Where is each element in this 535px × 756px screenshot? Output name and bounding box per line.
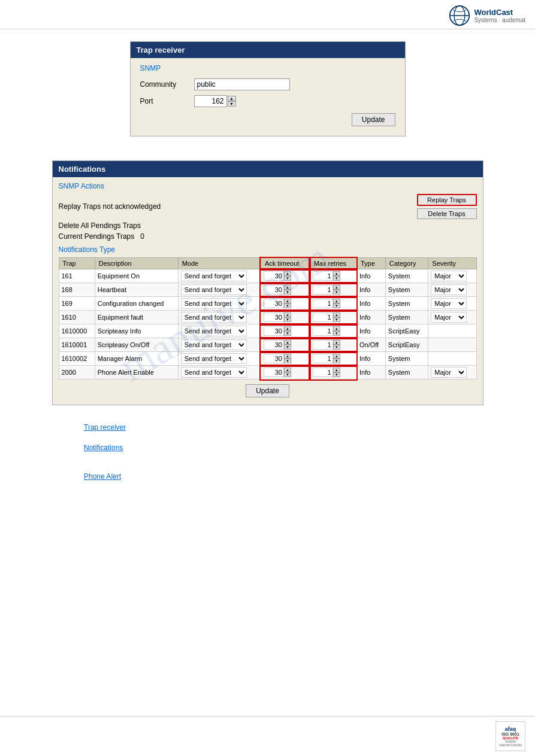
max-up-btn[interactable]: ▲	[333, 312, 340, 317]
max-retries-spinner[interactable]: ▲▼	[333, 368, 340, 377]
mode-select[interactable]: Send and forget	[181, 353, 247, 364]
ack-down-btn[interactable]: ▼	[284, 331, 291, 336]
ack-down-btn[interactable]: ▼	[284, 359, 291, 363]
ack-timeout-input[interactable]	[264, 285, 284, 294]
max-retries-spinner[interactable]: ▲▼	[333, 312, 340, 322]
max-retries-spinner[interactable]: ▲▼	[333, 285, 340, 294]
severity-select[interactable]: Major	[431, 312, 467, 323]
port-spinner[interactable]: ▲ ▼	[228, 96, 236, 107]
port-down-btn[interactable]: ▼	[228, 101, 236, 107]
severity-select[interactable]: Major	[431, 367, 467, 378]
max-up-btn[interactable]: ▲	[333, 299, 340, 303]
ack-down-btn[interactable]: ▼	[284, 290, 291, 294]
max-retries-input[interactable]	[313, 340, 333, 350]
ack-up-btn[interactable]: ▲	[284, 299, 291, 303]
ack-up-btn[interactable]: ▲	[284, 354, 291, 359]
current-pendings-value: 0	[140, 232, 144, 241]
ack-timeout-input[interactable]	[264, 368, 284, 377]
max-down-btn[interactable]: ▼	[333, 303, 340, 308]
bottom-link-phone-alert[interactable]: Phone Alert	[84, 472, 487, 481]
max-retries-input[interactable]	[313, 368, 333, 377]
max-down-btn[interactable]: ▼	[333, 290, 340, 294]
ack-timeout-input[interactable]	[264, 312, 284, 322]
mode-select[interactable]: Send and forget	[181, 298, 247, 309]
max-up-btn[interactable]: ▲	[333, 271, 340, 276]
max-retries-spinner[interactable]: ▲▼	[333, 354, 340, 363]
ack-down-btn[interactable]: ▼	[284, 303, 291, 308]
ack-timeout-spinner[interactable]: ▲▼	[284, 299, 291, 308]
ack-timeout-input[interactable]	[264, 340, 284, 350]
max-down-btn[interactable]: ▼	[333, 359, 340, 363]
max-up-btn[interactable]: ▲	[333, 326, 340, 331]
replay-traps-button[interactable]: Replay Traps	[417, 194, 477, 206]
max-down-btn[interactable]: ▼	[333, 317, 340, 322]
max-down-btn[interactable]: ▼	[333, 345, 340, 350]
port-input[interactable]	[194, 95, 227, 107]
delete-traps-button[interactable]: Delete Traps	[417, 208, 477, 219]
mode-select[interactable]: Send and forget	[181, 326, 247, 336]
max-retries-input[interactable]	[313, 312, 333, 322]
ack-timeout-spinner[interactable]: ▲▼	[284, 312, 291, 322]
ack-timeout-spinner[interactable]: ▲▼	[284, 354, 291, 363]
mode-select[interactable]: Send and forget	[181, 312, 247, 323]
ack-timeout-spinner[interactable]: ▲▼	[284, 340, 291, 350]
max-retries-spinner[interactable]: ▲▼	[333, 299, 340, 308]
notifications-type-label: Notifications Type	[59, 245, 477, 254]
ack-up-btn[interactable]: ▲	[284, 368, 291, 372]
max-up-btn[interactable]: ▲	[333, 354, 340, 359]
mode-select[interactable]: Send and forget	[181, 271, 247, 281]
ack-timeout-spinner[interactable]: ▲▼	[284, 271, 291, 281]
ack-up-btn[interactable]: ▲	[284, 271, 291, 276]
ack-up-btn[interactable]: ▲	[284, 285, 291, 290]
cell-severity: Major	[428, 366, 476, 379]
max-down-btn[interactable]: ▼	[333, 276, 340, 281]
notifications-update-button[interactable]: Update	[246, 384, 289, 397]
ack-timeout-input[interactable]	[264, 326, 284, 336]
max-down-btn[interactable]: ▼	[333, 372, 340, 377]
ack-timeout-input[interactable]	[264, 299, 284, 308]
logo-area: WorldCast Systems · audemat	[449, 5, 525, 26]
trap-receiver-update-button[interactable]: Update	[352, 113, 395, 126]
mode-select[interactable]: Send and forget	[181, 339, 247, 350]
bottom-link-notifications[interactable]: Notifications	[84, 444, 487, 452]
snmp-actions-link[interactable]: SNMP Actions	[59, 182, 477, 190]
cell-max-retries: ▲▼	[310, 297, 356, 311]
bottom-link-trap-receiver[interactable]: Trap receiver	[84, 423, 487, 432]
ack-up-btn[interactable]: ▲	[284, 312, 291, 317]
max-retries-input[interactable]	[313, 354, 333, 363]
community-input[interactable]	[194, 78, 290, 90]
severity-select[interactable]: Major	[431, 271, 467, 281]
cell-trap: 1610	[59, 311, 95, 324]
max-retries-input[interactable]	[313, 299, 333, 308]
ack-timeout-input[interactable]	[264, 271, 284, 281]
severity-select[interactable]: Major	[431, 298, 467, 309]
max-down-btn[interactable]: ▼	[333, 331, 340, 336]
ack-down-btn[interactable]: ▼	[284, 276, 291, 281]
port-up-btn[interactable]: ▲	[228, 96, 236, 101]
max-retries-spinner[interactable]: ▲▼	[333, 271, 340, 281]
ack-timeout-input[interactable]	[264, 354, 284, 363]
ack-timeout-spinner[interactable]: ▲▼	[284, 285, 291, 294]
ack-timeout-spinner[interactable]: ▲▼	[284, 368, 291, 377]
max-retries-input[interactable]	[313, 271, 333, 281]
max-retries-input[interactable]	[313, 326, 333, 336]
cell-description: Phone Alert Enable	[95, 366, 178, 379]
cell-ack-timeout: ▲▼	[261, 269, 310, 283]
severity-select[interactable]: Major	[431, 284, 467, 295]
ack-down-btn[interactable]: ▼	[284, 345, 291, 350]
ack-down-btn[interactable]: ▼	[284, 372, 291, 377]
cell-category: System	[385, 269, 428, 283]
ack-down-btn[interactable]: ▼	[284, 317, 291, 322]
snmp-link[interactable]: SNMP	[140, 64, 395, 72]
ack-timeout-spinner[interactable]: ▲▼	[284, 326, 291, 336]
max-retries-spinner[interactable]: ▲▼	[333, 326, 340, 336]
max-up-btn[interactable]: ▲	[333, 285, 340, 290]
mode-select[interactable]: Send and forget	[181, 284, 247, 295]
max-up-btn[interactable]: ▲	[333, 340, 340, 345]
ack-up-btn[interactable]: ▲	[284, 326, 291, 331]
max-retries-spinner[interactable]: ▲▼	[333, 340, 340, 350]
ack-up-btn[interactable]: ▲	[284, 340, 291, 345]
mode-select[interactable]: Send and forget	[181, 367, 247, 378]
max-retries-input[interactable]	[313, 285, 333, 294]
max-up-btn[interactable]: ▲	[333, 368, 340, 372]
